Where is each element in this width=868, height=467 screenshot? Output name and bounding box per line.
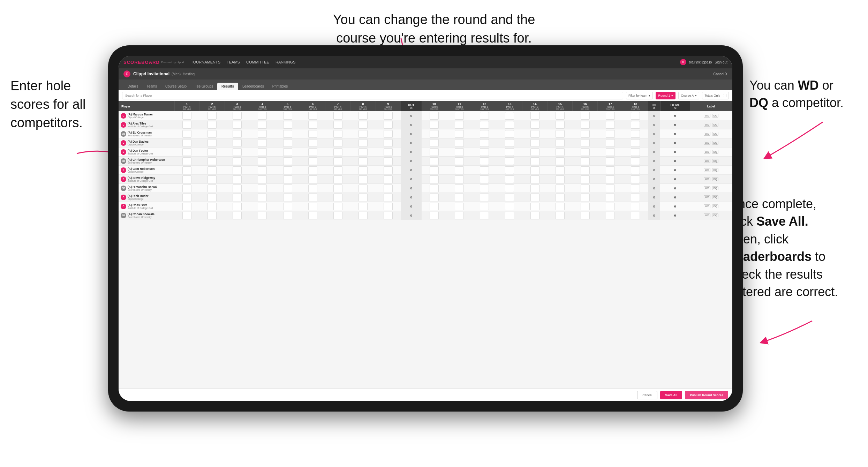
score-input-hole-17[interactable] [606, 184, 615, 192]
sign-out-link[interactable]: Sign out [715, 60, 727, 64]
score-input-hole-6[interactable] [308, 121, 317, 129]
score-input-hole-16[interactable] [581, 212, 590, 219]
score-input-hole-13[interactable] [505, 175, 514, 183]
score-input-hole-15[interactable] [556, 130, 565, 138]
score-input-hole-16[interactable] [581, 166, 590, 174]
score-input-hole-5[interactable] [283, 175, 292, 183]
score-input-hole-11[interactable] [455, 175, 464, 183]
score-input-hole-13[interactable] [505, 130, 514, 138]
score-input-hole-4[interactable] [258, 175, 267, 183]
score-input-hole-2[interactable] [207, 130, 217, 138]
score-input-hole-3[interactable] [233, 203, 242, 210]
score-input-hole-13[interactable] [505, 212, 514, 219]
score-input-hole-10[interactable] [430, 184, 439, 192]
score-input-hole-6[interactable] [308, 175, 317, 183]
score-input-hole-2[interactable] [207, 157, 217, 165]
score-input-hole-18[interactable] [631, 148, 640, 156]
score-input-hole-5[interactable] [283, 166, 292, 174]
score-input-hole-7[interactable] [333, 175, 342, 183]
dq-button[interactable]: DQ [712, 123, 719, 127]
score-input-hole-4[interactable] [258, 184, 267, 192]
score-input-hole-11[interactable] [455, 148, 464, 156]
score-input-hole-12[interactable] [480, 130, 489, 138]
score-input-hole-14[interactable] [530, 175, 539, 183]
score-input-hole-1[interactable] [182, 194, 191, 201]
tab-leaderboards[interactable]: Leaderboards [238, 83, 268, 90]
score-input-hole-18[interactable] [631, 121, 640, 129]
score-input-hole-12[interactable] [480, 166, 489, 174]
score-input-hole-11[interactable] [455, 203, 464, 210]
score-input-hole-12[interactable] [480, 139, 489, 147]
score-input-hole-14[interactable] [530, 157, 539, 165]
score-input-hole-18[interactable] [631, 175, 640, 183]
score-input-hole-9[interactable] [384, 184, 393, 192]
score-input-hole-4[interactable] [258, 194, 267, 201]
score-input-hole-8[interactable] [358, 194, 368, 201]
score-input-hole-7[interactable] [333, 121, 342, 129]
score-input-hole-1[interactable] [182, 130, 191, 138]
score-input-hole-9[interactable] [384, 112, 393, 120]
score-input-hole-2[interactable] [207, 212, 217, 219]
score-input-hole-8[interactable] [358, 184, 368, 192]
score-input-hole-15[interactable] [556, 157, 565, 165]
dq-button[interactable]: DQ [712, 213, 719, 217]
score-input-hole-14[interactable] [530, 212, 539, 219]
score-input-hole-1[interactable] [182, 112, 191, 120]
wd-button[interactable]: WD [704, 168, 711, 172]
dq-button[interactable]: DQ [712, 195, 719, 199]
score-input-hole-15[interactable] [556, 112, 565, 120]
score-input-hole-2[interactable] [207, 203, 217, 210]
score-input-hole-6[interactable] [308, 130, 317, 138]
score-input-hole-4[interactable] [258, 130, 267, 138]
score-input-hole-6[interactable] [308, 112, 317, 120]
score-input-hole-11[interactable] [455, 194, 464, 201]
score-input-hole-5[interactable] [283, 121, 292, 129]
score-input-hole-13[interactable] [505, 194, 514, 201]
score-input-hole-9[interactable] [384, 203, 393, 210]
score-input-hole-9[interactable] [384, 121, 393, 129]
filter-team-dropdown[interactable]: Filter by team ▾ [626, 92, 653, 99]
score-input-hole-2[interactable] [207, 112, 217, 120]
score-input-hole-18[interactable] [631, 184, 640, 192]
score-input-hole-6[interactable] [308, 194, 317, 201]
dq-button[interactable]: DQ [712, 186, 719, 190]
score-input-hole-5[interactable] [283, 139, 292, 147]
score-input-hole-8[interactable] [358, 157, 368, 165]
score-input-hole-14[interactable] [530, 184, 539, 192]
score-input-hole-12[interactable] [480, 212, 489, 219]
score-input-hole-17[interactable] [606, 175, 615, 183]
score-input-hole-13[interactable] [505, 112, 514, 120]
nav-committee[interactable]: COMMITTEE [246, 60, 269, 64]
score-input-hole-5[interactable] [283, 130, 292, 138]
score-input-hole-1[interactable] [182, 121, 191, 129]
score-input-hole-12[interactable] [480, 175, 489, 183]
score-input-hole-14[interactable] [530, 139, 539, 147]
score-input-hole-14[interactable] [530, 112, 539, 120]
score-input-hole-14[interactable] [530, 121, 539, 129]
score-input-hole-9[interactable] [384, 139, 393, 147]
score-input-hole-4[interactable] [258, 166, 267, 174]
score-input-hole-18[interactable] [631, 157, 640, 165]
publish-button[interactable]: Publish Round Scores [685, 391, 728, 399]
score-input-hole-14[interactable] [530, 148, 539, 156]
nav-tournaments[interactable]: TOURNAMENTS [191, 60, 220, 64]
score-input-hole-16[interactable] [581, 148, 590, 156]
score-input-hole-10[interactable] [430, 203, 439, 210]
score-input-hole-18[interactable] [631, 212, 640, 219]
score-input-hole-7[interactable] [333, 157, 342, 165]
score-input-hole-12[interactable] [480, 203, 489, 210]
score-input-hole-2[interactable] [207, 184, 217, 192]
score-input-hole-12[interactable] [480, 184, 489, 192]
dq-button[interactable]: DQ [712, 132, 719, 136]
score-input-hole-1[interactable] [182, 148, 191, 156]
score-input-hole-6[interactable] [308, 157, 317, 165]
score-input-hole-18[interactable] [631, 166, 640, 174]
score-input-hole-8[interactable] [358, 130, 368, 138]
score-input-hole-15[interactable] [556, 175, 565, 183]
score-input-hole-9[interactable] [384, 175, 393, 183]
totals-only-toggle[interactable]: Totals Only [702, 92, 729, 99]
score-input-hole-8[interactable] [358, 175, 368, 183]
score-input-hole-11[interactable] [455, 184, 464, 192]
score-input-hole-11[interactable] [455, 166, 464, 174]
score-input-hole-15[interactable] [556, 166, 565, 174]
